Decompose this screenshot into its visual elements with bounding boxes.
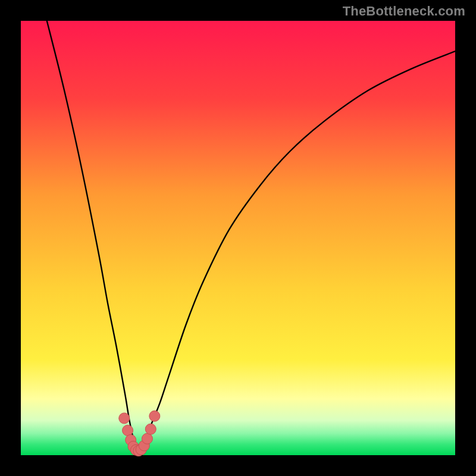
marker-dot: [149, 411, 160, 421]
watermark-text: TheBottleneck.com: [343, 4, 465, 19]
marker-dot: [142, 433, 152, 444]
marker-dot: [123, 425, 133, 436]
marker-dot: [145, 424, 156, 434]
marker-dot: [119, 413, 130, 424]
chart-canvas: [0, 0, 476, 476]
plot-background: [21, 21, 455, 455]
